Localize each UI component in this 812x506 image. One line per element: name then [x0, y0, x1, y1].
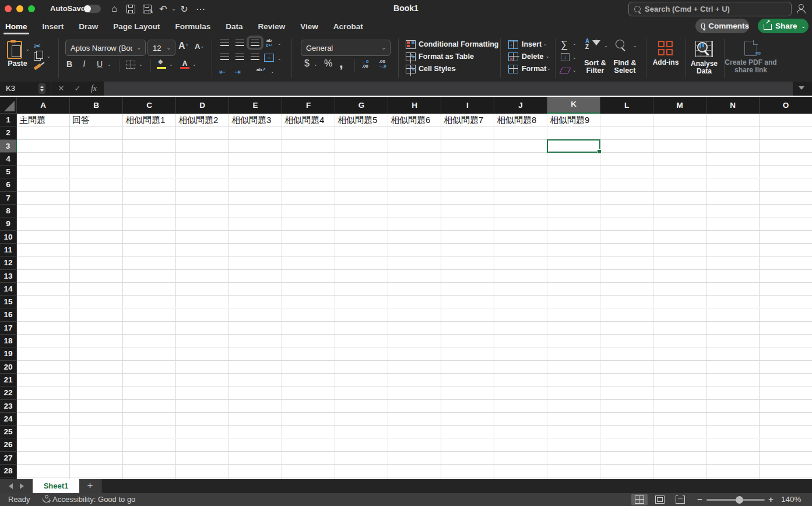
row-header-21[interactable]: 21 [0, 374, 17, 386]
cell-J15[interactable] [494, 296, 547, 308]
cell-A1[interactable]: 主問題 [17, 114, 70, 126]
cell-N25[interactable] [706, 426, 760, 438]
column-header-A[interactable]: A [17, 97, 70, 114]
cell-L5[interactable] [600, 166, 653, 178]
add-sheet-button[interactable]: + [79, 479, 101, 493]
cell-K4[interactable] [547, 153, 600, 166]
cell-H28[interactable] [388, 465, 441, 477]
cell-D11[interactable] [176, 244, 229, 256]
row-header-6[interactable]: 6 [0, 178, 17, 191]
font-color-chevron-icon[interactable]: ⌄ [192, 62, 196, 67]
cell-L20[interactable] [600, 361, 653, 374]
cell-M11[interactable] [653, 244, 706, 256]
cell-I13[interactable] [441, 270, 494, 283]
cell-H4[interactable] [388, 153, 441, 166]
tab-review[interactable]: Review [258, 21, 286, 32]
cell-I26[interactable] [441, 439, 494, 452]
cell-G27[interactable] [335, 452, 388, 465]
cell-A28[interactable] [17, 465, 70, 477]
cell-K1[interactable]: 相似問題9 [547, 114, 600, 126]
cell-N21[interactable] [706, 374, 760, 386]
cell-B11[interactable] [70, 244, 123, 256]
cell-H18[interactable] [388, 335, 441, 347]
cell-C11[interactable] [123, 244, 176, 256]
row-header-27[interactable]: 27 [0, 452, 17, 465]
cell-C28[interactable] [123, 465, 176, 477]
cell-K19[interactable] [547, 347, 600, 360]
cell-E8[interactable] [229, 205, 282, 217]
cell-L18[interactable] [600, 335, 653, 347]
cell-M1[interactable] [653, 114, 706, 126]
clear-chevron-icon[interactable]: ⌄ [572, 68, 577, 73]
cell-N18[interactable] [706, 335, 760, 347]
decrease-indent-icon[interactable]: ⇤ [219, 68, 226, 76]
formula-bar-expand-icon[interactable] [799, 86, 804, 90]
cell-N22[interactable] [706, 386, 760, 399]
cell-D23[interactable] [176, 400, 229, 413]
cell-B15[interactable] [70, 296, 123, 308]
cell-E19[interactable] [229, 347, 282, 360]
column-header-E[interactable]: E [229, 97, 282, 114]
row-header-10[interactable]: 10 [0, 231, 17, 244]
cell-G28[interactable] [335, 465, 388, 477]
cell-D12[interactable] [176, 256, 229, 269]
cell-H16[interactable] [388, 309, 441, 322]
cell-J28[interactable] [494, 465, 547, 477]
cell-B24[interactable] [70, 413, 123, 426]
page-break-view-button[interactable] [672, 494, 688, 505]
cell-N12[interactable] [706, 256, 760, 269]
cell-A17[interactable] [17, 322, 70, 335]
account-icon[interactable] [796, 3, 807, 14]
cell-C4[interactable] [123, 153, 176, 166]
cell-N28[interactable] [706, 465, 760, 477]
cell-K13[interactable] [547, 270, 600, 283]
decrease-font-size-button[interactable]: A⌄ [195, 42, 204, 51]
cell-G15[interactable] [335, 296, 388, 308]
cell-F8[interactable] [282, 205, 335, 217]
font-color-icon[interactable]: A [181, 59, 189, 67]
name-box-stepper[interactable] [38, 83, 45, 94]
wrap-text-chevron-icon[interactable]: ⌄ [277, 41, 282, 46]
decrease-decimal-icon[interactable]: .00→.0 [378, 59, 386, 69]
cell-N15[interactable] [706, 296, 760, 308]
row-header-2[interactable]: 2 [0, 126, 17, 139]
cell-B8[interactable] [70, 205, 123, 217]
cell-I20[interactable] [441, 361, 494, 374]
sort-filter-chevron-icon[interactable]: ⌄ [604, 43, 608, 48]
cell-D20[interactable] [176, 361, 229, 374]
cell-F13[interactable] [282, 270, 335, 283]
cell-I7[interactable] [441, 192, 494, 205]
cell-L26[interactable] [600, 439, 653, 452]
cell-L3[interactable] [600, 140, 653, 153]
cell-L6[interactable] [600, 179, 653, 192]
cell-O23[interactable] [760, 400, 812, 413]
cell-C12[interactable] [123, 256, 176, 269]
cell-O27[interactable] [760, 452, 812, 465]
cell-K12[interactable] [547, 256, 600, 269]
cell-C3[interactable] [123, 140, 176, 153]
cell-N23[interactable] [706, 400, 760, 413]
cell-A2[interactable] [17, 126, 70, 139]
cell-L7[interactable] [600, 192, 653, 205]
cell-C22[interactable] [123, 386, 176, 399]
cell-E12[interactable] [229, 256, 282, 269]
cell-B17[interactable] [70, 322, 123, 335]
conditional-formatting-chevron-icon[interactable]: ⌄ [488, 41, 493, 47]
cell-F2[interactable] [282, 126, 335, 139]
cell-N26[interactable] [706, 439, 760, 452]
cell-G13[interactable] [335, 270, 388, 283]
cell-I22[interactable] [441, 386, 494, 399]
cell-J21[interactable] [494, 374, 547, 386]
cell-I15[interactable] [441, 296, 494, 308]
cell-M16[interactable] [653, 309, 706, 322]
row-header-23[interactable]: 23 [0, 400, 17, 413]
cell-L21[interactable] [600, 374, 653, 386]
cell-M26[interactable] [653, 439, 706, 452]
cell-C6[interactable] [123, 179, 176, 192]
row-header-5[interactable]: 5 [0, 166, 17, 178]
cell-D19[interactable] [176, 347, 229, 360]
search-input[interactable]: Search (Cmd + Ctrl + U) [628, 2, 792, 16]
row-header-19[interactable]: 19 [0, 347, 17, 360]
cell-H9[interactable] [388, 217, 441, 230]
cell-H6[interactable] [388, 179, 441, 192]
